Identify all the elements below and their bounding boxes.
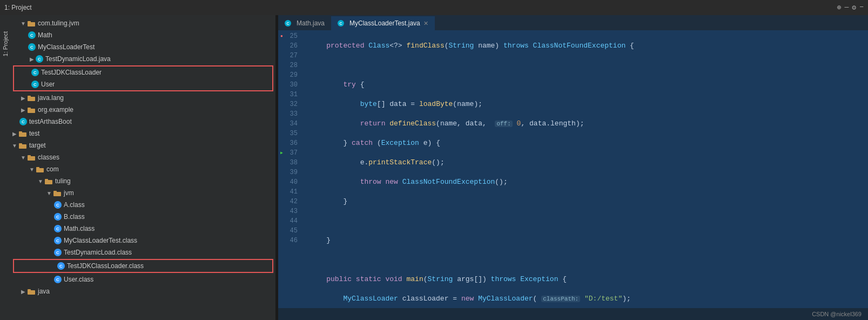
line-number-26: 26: [278, 41, 302, 51]
svg-rect-15: [45, 179, 48, 181]
tab-myclassloadertest[interactable]: C MyClassLoaderTest.java ✕: [331, 16, 435, 30]
svg-rect-10: [28, 156, 35, 161]
chevron-icon: ▶: [28, 56, 36, 62]
tree-item-com-tuling-jvm[interactable]: ▼ com.tuling.jvm: [11, 17, 275, 29]
tree-item-jvm[interactable]: ▼ jvm: [11, 187, 275, 199]
tree-item-math[interactable]: C Math: [11, 29, 275, 41]
line-number-36: 36: [278, 138, 302, 148]
left-tab-label: 1: Project: [2, 31, 9, 56]
line-number-39: 39: [278, 168, 302, 177]
line-number-42: 42: [278, 197, 302, 206]
folder-icon: [27, 95, 36, 101]
tree-item-org-example[interactable]: ▶ org.example: [11, 104, 275, 116]
svg-rect-6: [19, 132, 26, 137]
svg-rect-0: [28, 22, 35, 26]
svg-rect-19: [28, 289, 31, 291]
tree-item-com[interactable]: ▼ com: [11, 163, 275, 175]
tree-item-test[interactable]: ▶ test: [11, 128, 275, 139]
tree-item-java[interactable]: ▶ java: [11, 285, 275, 297]
line-number-40: 40: [278, 177, 302, 187]
tree-item-testjdkclassloader[interactable]: C TestJDKClassLoader: [14, 66, 272, 78]
line-number-28: 28: [278, 61, 302, 70]
svg-rect-13: [36, 167, 39, 169]
left-tab: 1: Project: [0, 15, 11, 320]
chevron-icon: ▶: [11, 131, 18, 137]
java-class-icon: C: [31, 69, 39, 76]
tree-label: MyClassLoaderTest.class: [64, 237, 137, 244]
code-line-34: [309, 216, 868, 226]
tab-math[interactable]: C Math.java: [278, 16, 331, 30]
tab-label: MyClassLoaderTest.java: [349, 19, 420, 27]
tree-item-testdynamicload-class[interactable]: C TestDynamicLoad.class: [11, 246, 275, 258]
tree-item-myclassloadertest-class[interactable]: C MyClassLoaderTest.class: [11, 235, 275, 246]
svg-rect-5: [28, 108, 31, 109]
java-class-icon: C: [28, 43, 36, 51]
class-icon: C: [54, 213, 62, 221]
class-icon: C: [54, 276, 62, 283]
class-icon: C: [57, 262, 65, 270]
chevron-icon: ▶: [19, 95, 27, 101]
code-line-33: }: [309, 197, 868, 206]
tree-item-user[interactable]: C User: [14, 78, 272, 90]
class-icon: C: [54, 237, 62, 244]
code-line-37: public static void main(String args[]) t…: [309, 275, 868, 284]
svg-rect-12: [36, 168, 44, 172]
tree-item-tuling[interactable]: ▼ tuling: [11, 175, 275, 187]
tree-label: TestDynamicLoad.java: [45, 55, 111, 63]
code-editor[interactable]: 25 26 27 28 29 30 31 32 33 34 35 36 37 3…: [278, 30, 868, 308]
chevron-icon: ▼: [19, 21, 27, 26]
svg-rect-7: [19, 131, 22, 133]
title-icon-1[interactable]: ⊕: [837, 3, 842, 12]
chevron-icon: ▼: [45, 190, 53, 196]
line-numbers: 25 26 27 28 29 30 31 32 33 34 35 36 37 3…: [278, 30, 305, 308]
java-class-icon: C: [31, 81, 39, 88]
tree-item-target[interactable]: ▼ target: [11, 139, 275, 151]
line-number-46: 46: [278, 236, 302, 245]
chevron-icon: ▼: [37, 178, 44, 184]
tree-item-math-class[interactable]: C Math.class: [11, 223, 275, 235]
folder-icon: [18, 130, 27, 137]
minimize-icon[interactable]: −: [859, 3, 864, 12]
folder-icon: [36, 166, 44, 172]
tree-label: tuling: [55, 177, 71, 185]
chevron-icon: ▼: [19, 155, 27, 161]
line-number-43: 43: [278, 206, 302, 216]
tree-label: testArthasBoot: [29, 118, 72, 125]
tree-item-java-lang[interactable]: ▶ java.lang: [11, 92, 275, 104]
line-number-31: 31: [278, 90, 302, 99]
tree-label: java: [38, 288, 50, 295]
code-line-30: } catch (Exception e) {: [309, 138, 868, 148]
tree-label: test: [29, 130, 39, 137]
tree-item-classes[interactable]: ▼ classes: [11, 151, 275, 163]
svg-rect-4: [28, 109, 35, 113]
tree-label: com.tuling.jvm: [38, 19, 79, 27]
tree-item-testdynamicload[interactable]: ▶ C TestDynamicLoad.java: [11, 53, 275, 65]
folder-icon: [44, 178, 53, 184]
tree-item-b-class[interactable]: C B.class: [11, 211, 275, 223]
svg-rect-9: [19, 143, 22, 145]
status-text: CSDN @nickel369: [812, 311, 862, 317]
code-content[interactable]: protected Class<?> findClass(String name…: [305, 30, 868, 308]
title-icon-2[interactable]: —: [845, 3, 849, 12]
tree-item-a-class[interactable]: C A.class: [11, 199, 275, 211]
class-icon: C: [54, 249, 62, 256]
tree-item-testarthasboot[interactable]: C testArthasBoot: [11, 116, 275, 128]
svg-rect-2: [28, 97, 35, 101]
line-number-33: 33: [278, 109, 302, 119]
folder-icon: [27, 106, 36, 113]
settings-icon[interactable]: ⚙: [852, 3, 856, 12]
java-class-icon: C: [36, 55, 43, 63]
svg-rect-18: [28, 290, 35, 295]
code-line-31: e.printStackTrace();: [309, 158, 868, 168]
tab-close-button[interactable]: ✕: [423, 20, 428, 27]
svg-rect-11: [28, 155, 31, 157]
tree-item-user-class[interactable]: C User.class: [11, 274, 275, 285]
tree-item-myclassloadertest[interactable]: C MyClassLoaderTest: [11, 41, 275, 53]
tree-item-testjdkclassloader-class[interactable]: C TestJDKClassLoader.class: [14, 260, 272, 272]
line-number-25: 25: [278, 31, 302, 41]
red-outline-group-src: C TestJDKClassLoader C User: [13, 65, 273, 91]
line-number-30: 30: [278, 80, 302, 90]
tree-label: B.class: [64, 213, 85, 221]
svg-rect-1: [28, 21, 31, 23]
title-icons: ⊕ — ⚙ −: [837, 3, 864, 12]
